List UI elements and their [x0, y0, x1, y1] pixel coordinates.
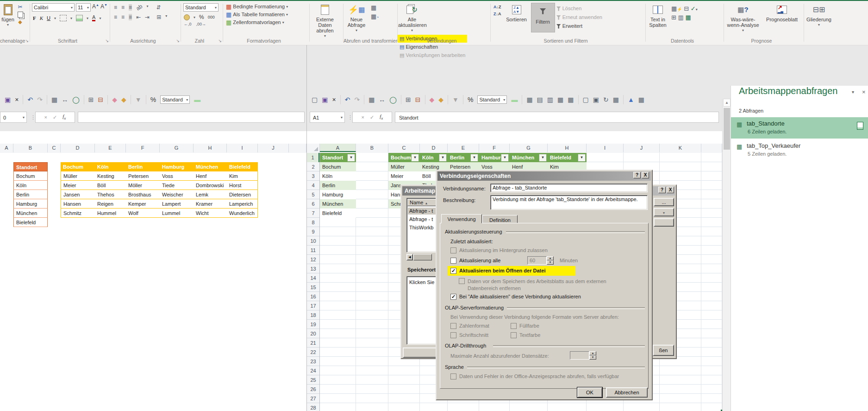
filter-dropdown-icon[interactable]: ▾: [470, 154, 478, 162]
row-header[interactable]: 28: [307, 403, 319, 411]
column-header[interactable]: F: [479, 144, 510, 152]
table-cell[interactable]: Jansen: [61, 190, 95, 199]
percent-icon[interactable]: %: [150, 96, 156, 103]
row-header[interactable]: 2: [307, 162, 319, 171]
table-cell[interactable]: Bielefeld: [320, 209, 356, 218]
decrease-indent-icon[interactable]: ⇤: [136, 14, 141, 20]
add-button-fragment[interactable]: ...: [654, 198, 674, 206]
merge-center-icon[interactable]: ⊞: [156, 14, 161, 20]
table-cell[interactable]: Müller: [61, 171, 95, 181]
new-sheet-icon[interactable]: ▢: [583, 96, 589, 103]
column-header[interactable]: C: [388, 144, 420, 152]
increase-indent-icon[interactable]: ⇥: [145, 14, 150, 20]
percent-icon[interactable]: %: [468, 96, 473, 103]
filter-dropdown-icon[interactable]: ▾: [411, 154, 419, 162]
formula-bar[interactable]: [78, 112, 305, 123]
table-cell[interactable]: Hamburg: [13, 199, 48, 209]
row-header[interactable]: 22: [307, 348, 319, 357]
table-header-cell[interactable]: Standort▾: [320, 153, 356, 162]
max-records-input[interactable]: [570, 351, 589, 360]
table-cell[interactable]: Dombrowski: [194, 181, 227, 190]
copy-icon[interactable]: [18, 12, 23, 18]
column-header[interactable]: F: [126, 144, 160, 152]
refresh-every-checkbox[interactable]: [450, 258, 456, 264]
undo-icon[interactable]: ↶: [345, 96, 350, 103]
row-header[interactable]: 20: [307, 329, 319, 338]
table-icon[interactable]: ▦: [51, 96, 57, 103]
align-bottom-icon[interactable]: ≡: [129, 4, 132, 11]
table-cell[interactable]: München: [13, 209, 48, 218]
fx-icon[interactable]: fx: [380, 111, 383, 124]
table-cell[interactable]: Köln: [13, 181, 48, 190]
row-header[interactable]: 27: [307, 394, 319, 403]
remove-data-checkbox[interactable]: [459, 278, 465, 284]
get-external-data-button[interactable]: Externe Daten abrufen ▾: [310, 3, 340, 39]
zoom-grid-icon[interactable]: ▦: [638, 96, 644, 103]
table-header-cell[interactable]: München: [194, 162, 227, 171]
table-header-cell[interactable]: Hamburg: [160, 162, 194, 171]
cells-delete-icon[interactable]: ⊟: [415, 96, 421, 103]
redo-icon[interactable]: ↷: [354, 96, 360, 103]
tab-definition[interactable]: Definition: [482, 215, 518, 223]
cancel-icon[interactable]: ×: [44, 112, 47, 123]
table-cell[interactable]: Kemper: [126, 199, 160, 209]
background-refresh-checkbox[interactable]: [450, 247, 456, 253]
remove-button-fragment[interactable]: ▾: [654, 208, 674, 216]
refresh-all-button[interactable]: ↻ Alle aktualisieren ▾: [398, 3, 426, 33]
column-header[interactable]: B: [356, 144, 388, 152]
language-checkbox[interactable]: [450, 373, 456, 379]
align-left-icon[interactable]: ≡: [114, 14, 117, 20]
filter-dropdown-icon[interactable]: ▾: [347, 154, 355, 162]
paste-button[interactable]: fügen ▾: [0, 3, 16, 28]
show-queries-icon[interactable]: ▦: [371, 4, 379, 11]
table-cell[interactable]: Thehos: [95, 190, 126, 199]
table-header-cell[interactable]: Bochum▾: [388, 153, 420, 162]
fill-color-checkbox[interactable]: [511, 323, 517, 329]
circle-icon[interactable]: ◯: [389, 96, 397, 103]
query-list-item[interactable]: ▦tab_Standorte6 Zeilen geladen.: [731, 117, 868, 139]
column-header[interactable]: J: [258, 144, 289, 152]
table-cell[interactable]: Lampert: [160, 199, 194, 209]
row-header[interactable]: 14: [307, 273, 319, 283]
table-cell[interactable]: Böll: [95, 181, 126, 190]
filter-button[interactable]: Filtern: [531, 3, 555, 32]
panel-menu-icon[interactable]: ▾: [852, 89, 854, 95]
row-header[interactable]: 5: [307, 190, 319, 199]
filter-dropdown-icon[interactable]: ▾: [578, 154, 586, 162]
properties-button-fragment[interactable]: [654, 218, 674, 227]
table-cell[interactable]: Kim: [227, 171, 258, 181]
eraser-icon[interactable]: ◆: [112, 96, 117, 103]
table-icon[interactable]: ▦: [368, 96, 375, 103]
table-cell[interactable]: Wolf: [126, 209, 160, 218]
select-all-corner[interactable]: [307, 144, 320, 152]
table-cell[interactable]: Bochum: [13, 171, 48, 181]
format-as-table-button[interactable]: Als Tabelle formatieren: [233, 11, 285, 19]
format-brush-icon[interactable]: ◆: [438, 96, 443, 103]
help-icon[interactable]: ?: [658, 187, 666, 193]
accounting-format-icon[interactable]: [184, 14, 190, 20]
align-right-icon[interactable]: ≡: [129, 14, 132, 20]
table-cell[interactable]: Möller: [126, 181, 160, 190]
close-icon[interactable]: ×: [15, 96, 19, 103]
col-width-icon[interactable]: ↔: [62, 96, 68, 103]
align-top-icon[interactable]: ≡: [114, 4, 117, 11]
dialog-titlebar[interactable]: Verbindungseigenschaften: [437, 171, 651, 181]
row-header[interactable]: 12: [307, 255, 319, 264]
save-icon[interactable]: ▣: [5, 96, 11, 103]
table-cell[interactable]: Hansen: [61, 199, 95, 209]
row-header[interactable]: 11: [307, 246, 319, 255]
text-to-columns-button[interactable]: Text in Spalten: [646, 3, 670, 28]
cut-icon[interactable]: ✂: [17, 4, 23, 10]
bold-button[interactable]: F: [33, 15, 36, 21]
scrollbar-thumb[interactable]: [413, 254, 432, 260]
borders-icon[interactable]: ▦: [526, 96, 532, 103]
cancel-button[interactable]: Abbrechen: [606, 387, 648, 398]
help-icon[interactable]: ?: [633, 172, 641, 178]
column-header[interactable]: K: [660, 144, 701, 152]
table-cell[interactable]: Meier: [388, 171, 420, 181]
refresh-minutes-input[interactable]: 60: [527, 256, 547, 265]
row-header[interactable]: 18: [307, 310, 319, 320]
table-header-cell[interactable]: Berlin: [126, 162, 160, 171]
table-cell[interactable]: Petersen: [126, 171, 160, 181]
close-icon[interactable]: X: [642, 172, 649, 178]
